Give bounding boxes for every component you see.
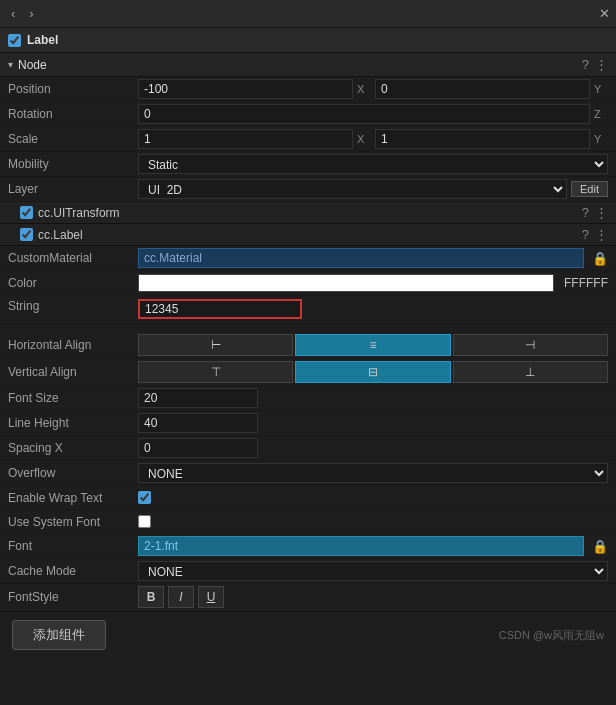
font-row: Font 2-1.fnt 🔒: [0, 534, 616, 559]
cclabel-help-icon[interactable]: ?: [582, 227, 589, 242]
v-align-bottom-button[interactable]: ⊥: [453, 361, 608, 383]
node-section-header[interactable]: ▾ Node ? ⋮: [0, 53, 616, 77]
custom-material-row: CustomMaterial cc.Material 🔒: [0, 246, 616, 271]
line-height-label: Line Height: [8, 416, 138, 430]
position-x-input[interactable]: [138, 79, 353, 99]
font-field[interactable]: 2-1.fnt: [138, 536, 584, 556]
position-x-axis: X: [357, 83, 371, 95]
v-align-buttons: ⊤ ⊟ ⊥: [138, 361, 608, 383]
panel-enable-checkbox[interactable]: [8, 34, 21, 47]
spacer-1: [0, 324, 616, 332]
string-label: String: [8, 299, 138, 313]
cclabel-header[interactable]: cc.Label ? ⋮: [0, 224, 616, 246]
cclabel-title: cc.Label: [38, 228, 83, 242]
use-system-font-label: Use System Font: [8, 515, 138, 529]
enable-wrap-checkbox[interactable]: [138, 491, 151, 504]
use-system-font-row: Use System Font: [0, 510, 616, 534]
uitransform-help-icon[interactable]: ?: [582, 205, 589, 220]
v-align-top-button[interactable]: ⊤: [138, 361, 293, 383]
spacing-x-input[interactable]: [138, 438, 258, 458]
bottom-bar: 添加组件 CSDN @w风雨无阻w: [0, 611, 616, 658]
font-style-label: FontStyle: [8, 590, 138, 604]
bold-button[interactable]: B: [138, 586, 164, 608]
h-align-right-button[interactable]: ⊣: [453, 334, 608, 356]
font-size-row: Font Size: [0, 386, 616, 411]
node-collapse-icon: ▾: [8, 59, 13, 70]
overflow-label: Overflow: [8, 466, 138, 480]
panel-title: Label: [27, 33, 58, 47]
color-swatch[interactable]: [138, 274, 554, 292]
position-row: Position X Y: [0, 77, 616, 102]
layer-label: Layer: [8, 182, 138, 196]
close-button[interactable]: ✕: [599, 6, 610, 21]
h-align-left-button[interactable]: ⊢: [138, 334, 293, 356]
mobility-select[interactable]: Static: [138, 154, 608, 174]
enable-wrap-row: Enable Wrap Text: [0, 486, 616, 510]
string-row: String: [0, 295, 616, 324]
uitransform-more-icon[interactable]: ⋮: [595, 205, 608, 220]
font-size-label: Font Size: [8, 391, 138, 405]
scale-x-input[interactable]: [138, 129, 353, 149]
v-align-middle-button[interactable]: ⊟: [295, 361, 450, 383]
cclabel-more-icon[interactable]: ⋮: [595, 227, 608, 242]
scale-label: Scale: [8, 132, 138, 146]
custom-material-label: CustomMaterial: [8, 251, 138, 265]
position-y-axis: Y: [594, 83, 608, 95]
top-bar: ‹ › ✕: [0, 0, 616, 28]
mobility-row: Mobility Static: [0, 152, 616, 177]
nav-buttons: ‹ ›: [6, 4, 39, 23]
scale-y-input[interactable]: [375, 129, 590, 149]
spacing-x-label: Spacing X: [8, 441, 138, 455]
font-style-buttons: B I U: [138, 586, 224, 608]
uitransform-header[interactable]: cc.UITransform ? ⋮: [0, 202, 616, 224]
string-input[interactable]: [138, 299, 302, 319]
line-height-input[interactable]: [138, 413, 258, 433]
position-label: Position: [8, 82, 138, 96]
scale-row: Scale X Y: [0, 127, 616, 152]
v-align-label: Vertical Align: [8, 365, 138, 379]
color-row: Color FFFFFF: [0, 271, 616, 295]
uitransform-checkbox[interactable]: [20, 206, 33, 219]
forward-button[interactable]: ›: [24, 4, 38, 23]
rotation-z-input[interactable]: [138, 104, 590, 124]
node-help-icon[interactable]: ?: [582, 57, 589, 72]
underline-button[interactable]: U: [198, 586, 224, 608]
cclabel-checkbox[interactable]: [20, 228, 33, 241]
back-button[interactable]: ‹: [6, 4, 20, 23]
font-style-row: FontStyle B I U: [0, 584, 616, 611]
add-component-button[interactable]: 添加组件: [12, 620, 106, 650]
position-y-input[interactable]: [375, 79, 590, 99]
rotation-label: Rotation: [8, 107, 138, 121]
v-align-row: Vertical Align ⊤ ⊟ ⊥: [0, 359, 616, 386]
enable-wrap-label: Enable Wrap Text: [8, 491, 138, 505]
cache-mode-select[interactable]: NONE: [138, 561, 608, 581]
rotation-z-axis: Z: [594, 108, 608, 120]
mobility-label: Mobility: [8, 157, 138, 171]
font-size-input[interactable]: [138, 388, 258, 408]
uitransform-title: cc.UITransform: [38, 206, 120, 220]
h-align-label: Horizontal Align: [8, 338, 138, 352]
scale-x-axis: X: [357, 133, 371, 145]
line-height-row: Line Height: [0, 411, 616, 436]
color-hex-value: FFFFFF: [558, 276, 608, 290]
h-align-center-button[interactable]: ≡: [295, 334, 450, 356]
layer-edit-button[interactable]: Edit: [571, 181, 608, 197]
overflow-select[interactable]: NONE: [138, 463, 608, 483]
font-lock-icon: 🔒: [592, 539, 608, 554]
layer-select[interactable]: UI_2D: [138, 179, 567, 199]
layer-row: Layer UI_2D Edit: [0, 177, 616, 202]
use-system-font-checkbox[interactable]: [138, 515, 151, 528]
node-more-icon[interactable]: ⋮: [595, 57, 608, 72]
scale-y-axis: Y: [594, 133, 608, 145]
cache-mode-label: Cache Mode: [8, 564, 138, 578]
watermark-text: CSDN @w风雨无阻w: [499, 628, 604, 643]
overflow-row: Overflow NONE: [0, 461, 616, 486]
font-label: Font: [8, 539, 138, 553]
h-align-row: Horizontal Align ⊢ ≡ ⊣: [0, 332, 616, 359]
panel-header: Label: [0, 28, 616, 53]
node-section-title: Node: [18, 58, 47, 72]
italic-button[interactable]: I: [168, 586, 194, 608]
custom-material-field[interactable]: cc.Material: [138, 248, 584, 268]
custom-material-lock-icon: 🔒: [592, 251, 608, 266]
h-align-buttons: ⊢ ≡ ⊣: [138, 334, 608, 356]
